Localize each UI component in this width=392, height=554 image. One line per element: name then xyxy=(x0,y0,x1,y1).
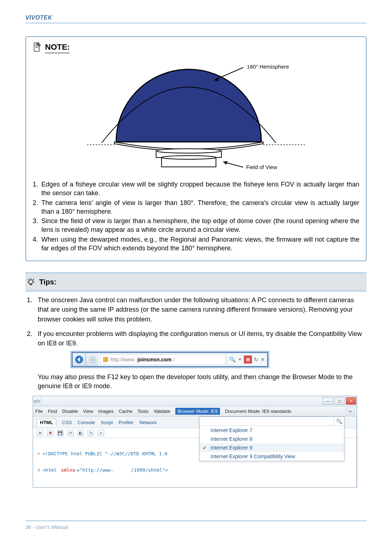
svg-point-15 xyxy=(29,280,33,284)
menu-item[interactable]: Cache xyxy=(119,409,132,414)
devtools-menu: File Find Disable View Images Cache Tool… xyxy=(33,406,357,416)
dropdown-item[interactable]: Internet Explorer 7 xyxy=(200,426,344,435)
menu-item[interactable]: Disable xyxy=(62,409,78,414)
tree-expand-icon[interactable]: ⊞ xyxy=(37,468,41,472)
note-item: The camera lens' angle of view is larger… xyxy=(33,198,359,216)
menu-item[interactable]: View xyxy=(83,409,93,414)
note-list: Edges of a fisheye circular view will be… xyxy=(33,180,359,253)
dropdown-item[interactable]: Internet Explorer 9 Compatibility View xyxy=(200,452,344,461)
tips-item-text: If you encounter problems with displayin… xyxy=(38,330,362,347)
forward-button[interactable] xyxy=(86,353,99,366)
clear-icon[interactable]: ✖ xyxy=(47,430,53,436)
tips-item: The onscreen Java control can malfunctio… xyxy=(25,295,367,324)
svg-line-20 xyxy=(28,279,29,280)
tips-block: Tips: The onscreen Java control can malf… xyxy=(25,272,367,488)
devtools-tab[interactable]: Script xyxy=(101,420,113,425)
dropdown-item[interactable]: Internet Explorer 8 xyxy=(200,435,344,443)
hemisphere-label: 180° Hemisphere xyxy=(247,63,289,70)
word-wrap-icon[interactable]: ≡ xyxy=(98,430,104,436)
page-footer: 36 - User's Manual xyxy=(25,520,367,530)
minimize-button[interactable]: — xyxy=(323,397,333,405)
devtools-tab[interactable]: HTML xyxy=(37,419,56,426)
check-icon: ✓ xyxy=(203,445,208,451)
element-icon[interactable]: ◧ xyxy=(77,430,84,436)
lightbulb-icon xyxy=(26,277,36,287)
favicon-icon: J xyxy=(103,357,108,362)
svg-point-9 xyxy=(162,156,216,159)
tips-list: The onscreen Java control can malfunctio… xyxy=(25,292,367,366)
svg-point-7 xyxy=(156,149,221,153)
svg-line-11 xyxy=(214,67,243,80)
browser-mode-dropdown: 🔍 Internet Explorer 7 Internet Explorer … xyxy=(199,416,344,461)
stop-icon[interactable]: ✕ xyxy=(261,356,265,363)
compat-view-icon[interactable]: ▦ xyxy=(244,356,252,364)
edit-icon[interactable]: ✎ xyxy=(87,430,94,436)
search-icon[interactable]: 🔍 xyxy=(334,417,344,426)
search-icon[interactable]: 🔍 xyxy=(229,356,236,364)
svg-text:J: J xyxy=(105,358,106,362)
note-item: Edges of a fisheye circular view will be… xyxy=(33,180,359,198)
tree-collapse-icon[interactable]: ⊖ xyxy=(37,451,41,456)
devtools-tab[interactable]: Profiler xyxy=(119,420,134,425)
back-button[interactable] xyxy=(73,353,86,366)
tips-after-text: You may also press the F12 key to open t… xyxy=(25,373,367,391)
menu-item[interactable]: Validate xyxy=(154,409,170,414)
url-prefix: http://www. xyxy=(110,356,135,363)
note-block: NOTE: 180° H xyxy=(25,36,367,261)
brand-text: VIVOTEK xyxy=(25,15,52,21)
pin-button[interactable]: ▭ xyxy=(346,408,355,415)
note-icon xyxy=(33,42,41,54)
maximize-button[interactable]: ▢ xyxy=(334,397,344,405)
refresh-icon[interactable]: ⟳ xyxy=(67,430,74,436)
pointer-icon[interactable]: ➤ xyxy=(37,430,43,436)
url-bold: joinsmsn.com xyxy=(137,356,171,363)
menu-item[interactable]: Find xyxy=(48,409,57,414)
devtools-tab[interactable]: Network xyxy=(139,420,157,425)
tips-item: If you encounter problems with displayin… xyxy=(25,329,367,367)
devtools-tab[interactable]: Console xyxy=(78,420,95,425)
close-button[interactable]: ✕ xyxy=(346,397,356,405)
url-field[interactable]: J http://www.joinsmsn.com/ xyxy=(100,354,225,365)
devtools-tab[interactable]: CSS xyxy=(62,420,72,425)
menu-item[interactable]: File xyxy=(35,409,43,414)
browser-mode-label[interactable]: Browser Mode: IE9 xyxy=(175,408,220,415)
note-title: NOTE: xyxy=(45,42,70,53)
note-item: Since the field of view is larger than a… xyxy=(33,217,359,234)
save-icon[interactable]: 💾 xyxy=(57,430,64,436)
dropdown-item[interactable]: ✓Internet Explorer 9 xyxy=(200,443,344,452)
menu-item[interactable]: Images xyxy=(98,409,114,414)
note-item: When using the dewarped modes, e.g., the… xyxy=(33,235,359,253)
document-mode-label[interactable]: Document Mode: IE9 standards xyxy=(225,409,291,414)
refresh-icon[interactable]: ↻ xyxy=(254,356,258,363)
url-suffix: / xyxy=(174,356,175,363)
ie-address-bar: J http://www.joinsmsn.com/ 🔍 ▼ ▦ ↻ ✕ xyxy=(72,352,268,367)
menu-item[interactable]: Tools xyxy=(138,409,148,414)
fov-label: Field of View xyxy=(246,164,277,170)
hemisphere-diagram: 180° Hemisphere Field of View xyxy=(33,57,359,176)
svg-line-21 xyxy=(33,279,34,280)
devtools-logo-icon: <⁄> xyxy=(33,396,41,406)
devtools-window: <⁄> — ▢ ✕ File Find Disable View Images … xyxy=(33,396,357,488)
dropdown-icon[interactable]: ▼ xyxy=(238,357,242,362)
tips-title: Tips: xyxy=(39,278,56,286)
